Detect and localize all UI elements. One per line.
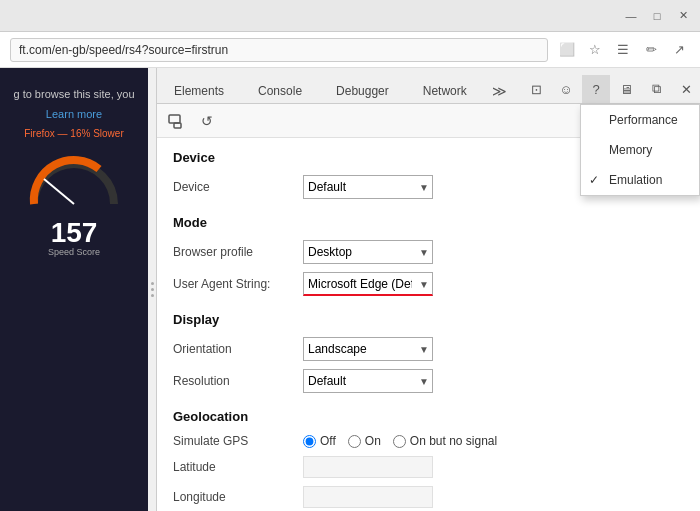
svg-rect-1 (169, 115, 180, 123)
gps-off-label: Off (320, 434, 336, 448)
devtools-right-icons: ⊡ ☺ ? 🖥 ⧉ ✕ (522, 75, 700, 103)
main-area: g to browse this site, you Learn more Fi… (0, 68, 700, 511)
geolocation-section-title: Geolocation (173, 409, 684, 424)
emoji-icon[interactable]: ☺ (552, 75, 580, 103)
browse-text: g to browse this site, you (13, 88, 134, 100)
undo-icon[interactable]: ↺ (195, 109, 219, 133)
more-tabs-button[interactable]: ≫ (484, 79, 515, 103)
dropdown-memory[interactable]: Memory (581, 135, 699, 165)
longitude-control (303, 486, 684, 508)
share-icon[interactable]: ↗ (668, 39, 690, 61)
speed-label: Speed Score (48, 247, 100, 257)
dropdown-emulation[interactable]: Emulation (581, 165, 699, 195)
address-bar: ⬜ ☆ ☰ ✏ ↗ (0, 32, 700, 68)
browser-profile-select-wrap: Desktop Mobile ▼ (303, 240, 433, 264)
devtools-panel: Elements Console Debugger Network ≫ ⊡ ☺ … (156, 68, 700, 511)
learn-more-link[interactable]: Learn more (46, 108, 102, 120)
gps-off-option[interactable]: Off (303, 434, 336, 448)
address-input[interactable] (10, 38, 548, 62)
close-button[interactable]: ✕ (674, 7, 692, 25)
user-agent-select[interactable]: Microsoft Edge (Default) Custom (303, 272, 433, 296)
longitude-field-row: Longitude (173, 486, 684, 508)
longitude-input[interactable] (303, 486, 433, 508)
resolution-label: Resolution (173, 374, 303, 388)
display-section: Display Orientation Landscape Portrait ▼ (173, 312, 684, 393)
title-bar: — □ ✕ (0, 0, 700, 32)
gps-on-label: On (365, 434, 381, 448)
tab-debugger[interactable]: Debugger (319, 77, 406, 104)
reader-icon[interactable]: ⬜ (556, 39, 578, 61)
geolocation-section: Geolocation Simulate GPS Off On (173, 409, 684, 508)
orientation-control: Landscape Portrait ▼ (303, 337, 684, 361)
webpage-content: g to browse this site, you Learn more Fi… (0, 68, 148, 511)
browser-profile-label: Browser profile (173, 245, 303, 259)
mode-section: Mode Browser profile Desktop Mobile ▼ (173, 215, 684, 296)
user-agent-control: Microsoft Edge (Default) Custom ▼ (303, 272, 684, 296)
dropdown-performance[interactable]: Performance (581, 105, 699, 135)
orientation-select[interactable]: Landscape Portrait (303, 337, 433, 361)
user-agent-field-row: User Agent String: Microsoft Edge (Defau… (173, 272, 684, 296)
minimize-button[interactable]: — (622, 7, 640, 25)
resize-handle[interactable] (148, 68, 156, 511)
resolution-field-row: Resolution Default 1024x768 1280x1024 ▼ (173, 369, 684, 393)
latitude-field-row: Latitude (173, 456, 684, 478)
latitude-control (303, 456, 684, 478)
firefox-badge: Firefox — 16% Slower (24, 128, 123, 139)
browser-profile-select[interactable]: Desktop Mobile (303, 240, 433, 264)
gps-on-option[interactable]: On (348, 434, 381, 448)
orientation-field-row: Orientation Landscape Portrait ▼ (173, 337, 684, 361)
console-drawer-icon[interactable]: ⊡ (522, 75, 550, 103)
simulate-gps-label: Simulate GPS (173, 434, 303, 448)
user-agent-select-wrap: Microsoft Edge (Default) Custom ▼ (303, 272, 433, 296)
gps-no-signal-option[interactable]: On but no signal (393, 434, 497, 448)
simulate-gps-field-row: Simulate GPS Off On On but no (173, 434, 684, 448)
latitude-input[interactable] (303, 456, 433, 478)
tab-elements[interactable]: Elements (157, 77, 241, 104)
speed-gauge (24, 149, 124, 209)
dock-icon[interactable]: ⧉ (642, 75, 670, 103)
simulate-gps-control: Off On On but no signal (303, 434, 684, 448)
resize-dots (151, 282, 154, 297)
resolution-control: Default 1024x768 1280x1024 ▼ (303, 369, 684, 393)
tools-dropdown: Performance Memory Emulation (580, 104, 700, 196)
resolution-select-wrap: Default 1024x768 1280x1024 ▼ (303, 369, 433, 393)
orientation-select-wrap: Landscape Portrait ▼ (303, 337, 433, 361)
gps-no-signal-label: On but no signal (410, 434, 497, 448)
gps-no-signal-radio[interactable] (393, 435, 406, 448)
resolution-select[interactable]: Default 1024x768 1280x1024 (303, 369, 433, 393)
browser-profile-control: Desktop Mobile ▼ (303, 240, 684, 264)
mode-section-title: Mode (173, 215, 684, 230)
maximize-button[interactable]: □ (648, 7, 666, 25)
device-select[interactable]: Default iPhone 6/7/8 iPad (303, 175, 433, 199)
latitude-label: Latitude (173, 460, 303, 474)
device-select-wrap: Default iPhone 6/7/8 iPad ▼ (303, 175, 433, 199)
hub-icon[interactable]: ☰ (612, 39, 634, 61)
tab-network[interactable]: Network (406, 77, 484, 104)
gps-off-radio[interactable] (303, 435, 316, 448)
gps-radio-group: Off On On but no signal (303, 434, 684, 448)
more-tools-icon[interactable]: ? (582, 75, 610, 103)
browser-frame: — □ ✕ ⬜ ☆ ☰ ✏ ↗ g to browse this site, y… (0, 0, 700, 511)
devtools-close-icon[interactable]: ✕ (672, 75, 700, 103)
speed-score: 157 (51, 219, 98, 247)
svg-rect-2 (174, 123, 181, 128)
svg-line-0 (44, 179, 74, 204)
browser-profile-field-row: Browser profile Desktop Mobile ▼ (173, 240, 684, 264)
monitor-icon[interactable]: 🖥 (612, 75, 640, 103)
display-section-title: Display (173, 312, 684, 327)
notes-icon[interactable]: ✏ (640, 39, 662, 61)
responsive-icon[interactable] (165, 109, 189, 133)
devtools-tabs: Elements Console Debugger Network ≫ ⊡ ☺ … (157, 68, 700, 104)
tab-console[interactable]: Console (241, 77, 319, 104)
device-label: Device (173, 180, 303, 194)
orientation-label: Orientation (173, 342, 303, 356)
user-agent-label: User Agent String: (173, 277, 303, 291)
gps-on-radio[interactable] (348, 435, 361, 448)
star-icon[interactable]: ☆ (584, 39, 606, 61)
longitude-label: Longitude (173, 490, 303, 504)
